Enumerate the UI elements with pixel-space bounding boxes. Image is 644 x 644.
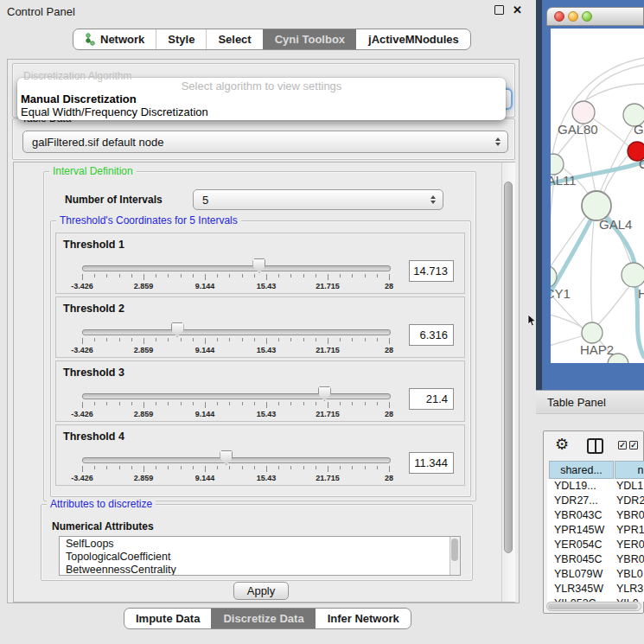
tick-mark bbox=[217, 274, 218, 277]
attributes-list-scrollbar[interactable] bbox=[450, 537, 460, 575]
network-canvas[interactable]: GAL80GALCGAL11GAL4GCY1HAHAP2 bbox=[551, 29, 644, 363]
slider-ticks bbox=[82, 274, 391, 281]
combo-stepper-icon bbox=[495, 137, 501, 146]
threshold-value-field[interactable]: 14.713 bbox=[409, 260, 454, 282]
threshold-value-field[interactable]: 21.4 bbox=[409, 388, 454, 410]
table-row[interactable]: YBR043CYBR0 bbox=[547, 508, 644, 523]
network-node-hap2[interactable] bbox=[582, 322, 603, 343]
tick-mark bbox=[303, 402, 304, 405]
table-horizontal-scrollbar[interactable] bbox=[546, 602, 641, 611]
table-row[interactable]: YDR27...YDR2 bbox=[547, 494, 644, 508]
network-node-gal4[interactable] bbox=[582, 191, 611, 220]
checkbox-icon[interactable]: ✓ bbox=[629, 441, 638, 450]
slider-track[interactable] bbox=[82, 457, 391, 463]
network-edge-gray[interactable] bbox=[591, 220, 594, 322]
cell-name: YBR0 bbox=[616, 509, 644, 521]
node-label-red-node: C bbox=[639, 156, 644, 171]
list-item-betweennesscentrality[interactable]: BetweennessCentrality bbox=[66, 564, 176, 576]
slider-ticks bbox=[82, 466, 391, 473]
tab-label: Impute Data bbox=[136, 612, 200, 625]
settings-vertical-scrollbar[interactable] bbox=[501, 163, 515, 602]
tab-cyni-toolbox[interactable]: Cyni Toolbox bbox=[263, 29, 356, 49]
tick-mark bbox=[181, 402, 182, 405]
tab-select[interactable]: Select bbox=[206, 29, 262, 49]
tick-mark bbox=[242, 274, 243, 277]
table-row[interactable]: YLR345WYLR3 bbox=[547, 582, 644, 596]
discretization-algorithm-group-title: Discretization Algorithm bbox=[23, 70, 131, 82]
threshold-value-field[interactable]: 11.344 bbox=[409, 452, 454, 474]
list-item-selfloops[interactable]: SelfLoops bbox=[66, 538, 114, 550]
table-row[interactable]: YPR145WYPR1 bbox=[547, 523, 644, 538]
scrollbar-thumb[interactable] bbox=[548, 603, 638, 609]
cell-shared-name: YDL19... bbox=[554, 480, 596, 492]
gear-icon[interactable]: ⚙ bbox=[555, 434, 569, 455]
network-graph[interactable]: GAL80GALCGAL11GAL4GCY1HAHAP2 bbox=[551, 29, 644, 363]
network-edge-gray[interactable] bbox=[551, 335, 583, 347]
tab-impute-data[interactable]: Impute Data bbox=[124, 609, 211, 628]
network-node-gal11[interactable] bbox=[551, 154, 564, 175]
column-header-shared-name[interactable]: shared... bbox=[549, 461, 614, 479]
threshold-label: Threshold 2 bbox=[63, 303, 124, 315]
column-header-name[interactable]: n bbox=[615, 461, 644, 479]
network-edge-gray[interactable] bbox=[593, 118, 630, 148]
tab-style[interactable]: Style bbox=[156, 29, 206, 49]
cell-name: YDL1 bbox=[616, 480, 643, 492]
tick-label: 21.715 bbox=[316, 474, 340, 482]
numerical-attributes-list[interactable]: SelfLoopsTopologicalCoefficientBetweenne… bbox=[59, 536, 461, 576]
split-columns-icon[interactable] bbox=[587, 438, 603, 454]
slider-track[interactable] bbox=[82, 393, 391, 399]
tick-mark bbox=[131, 274, 132, 277]
tick-mark bbox=[303, 466, 304, 469]
zoom-traffic-light-icon[interactable] bbox=[582, 11, 592, 22]
slider-track[interactable] bbox=[82, 265, 391, 271]
slider-track[interactable] bbox=[82, 329, 391, 335]
network-edge-gray[interactable] bbox=[597, 285, 630, 325]
apply-button[interactable]: Apply bbox=[233, 582, 289, 600]
tick-label: -3.426 bbox=[71, 474, 93, 482]
tab-discretize-data[interactable]: Discretize Data bbox=[211, 609, 315, 628]
tick-mark bbox=[131, 466, 132, 469]
table-row[interactable]: YBL079WYBL0 bbox=[547, 567, 644, 582]
network-node-clipped-right-mid[interactable] bbox=[622, 263, 644, 287]
list-item-topologicalcoefficient[interactable]: TopologicalCoefficient bbox=[66, 551, 170, 563]
cell-name: YLR3 bbox=[616, 583, 643, 595]
tick-mark bbox=[217, 338, 218, 341]
network-edge-gray[interactable] bbox=[551, 175, 555, 266]
tick-mark bbox=[193, 274, 194, 277]
threshold-value-field[interactable]: 6.316 bbox=[409, 324, 454, 346]
cyni-toolbox-content: Discretization Algorithm Select algorith… bbox=[7, 59, 520, 603]
threshold-4-box: Threshold 4-3.4262.8599.14415.4321.71528… bbox=[55, 424, 465, 486]
thresholds-group: Threshold's Coordinates for 5 Intervals … bbox=[50, 220, 471, 497]
tab-label: Network bbox=[100, 33, 144, 46]
close-traffic-light-icon[interactable] bbox=[554, 11, 564, 22]
table-row[interactable]: YDL19...YDL1 bbox=[547, 479, 644, 494]
tick-mark bbox=[389, 338, 390, 344]
table-row[interactable]: YBR045CYBR0 bbox=[547, 552, 644, 567]
tab-infer-network[interactable]: Infer Network bbox=[316, 609, 411, 628]
checkbox-icon[interactable]: ✓ bbox=[618, 441, 627, 450]
network-node-gal80[interactable] bbox=[572, 101, 595, 124]
tab-jactivemnodules[interactable]: jActiveMNodules bbox=[356, 29, 470, 49]
network-edge-gray[interactable] bbox=[584, 84, 644, 101]
tick-mark bbox=[119, 402, 120, 405]
slider-tick-labels: -3.4262.8599.14415.4321.71528 bbox=[82, 282, 391, 290]
tab-network[interactable]: Network bbox=[73, 29, 156, 49]
table-row[interactable]: YER054CYER0 bbox=[547, 538, 644, 552]
network-edge-gray[interactable] bbox=[551, 314, 583, 328]
tick-label: 28 bbox=[385, 282, 393, 290]
combo-stepper-icon bbox=[430, 195, 436, 204]
tick-mark bbox=[168, 402, 169, 405]
table-data-combobox[interactable]: galFiltered.sif default node bbox=[22, 131, 508, 153]
minimize-traffic-light-icon[interactable] bbox=[568, 11, 578, 22]
network-edge-gray[interactable] bbox=[603, 155, 628, 194]
tick-mark bbox=[229, 338, 230, 341]
algorithm-option-manual[interactable]: Manual Discretization bbox=[17, 92, 506, 105]
threshold-3-box: Threshold 3-3.4262.8599.14415.4321.71528… bbox=[55, 360, 465, 422]
scrollbar-thumb[interactable] bbox=[504, 182, 513, 553]
tick-mark bbox=[143, 402, 144, 408]
algorithm-option-equal-width[interactable]: Equal Width/Frequency Discretization bbox=[17, 105, 506, 118]
float-window-icon[interactable] bbox=[494, 5, 504, 15]
number-of-intervals-combobox[interactable]: 5 bbox=[193, 189, 443, 210]
close-icon[interactable]: ✕ bbox=[513, 5, 522, 15]
scrollbar-thumb[interactable] bbox=[451, 539, 458, 561]
